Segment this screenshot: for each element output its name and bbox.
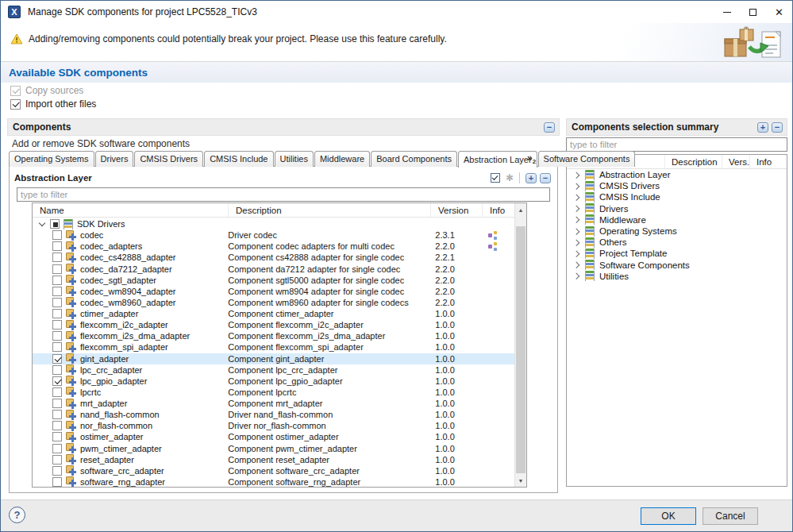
help-button[interactable]: ?: [9, 507, 25, 523]
component-row[interactable]: pwm_ctimer_adapter Component pwm_ctimer_…: [33, 443, 514, 454]
component-checkbox[interactable]: [52, 241, 62, 251]
component-row[interactable]: mrt_adapter Component mrt_adapter 1.0.0: [33, 398, 514, 409]
component-row[interactable]: reset_adapter Component reset_adapter 1.…: [33, 454, 514, 465]
summary-column-description[interactable]: Description: [665, 155, 722, 168]
collapse-section-icon[interactable]: [544, 122, 555, 133]
component-row[interactable]: codec_da7212_adapter Component da7212 ad…: [33, 264, 514, 275]
chevron-right-icon[interactable]: [574, 262, 579, 268]
minimize-button[interactable]: [714, 1, 740, 23]
summary-tree-item[interactable]: Abstraction Layer: [567, 169, 787, 180]
summary-tree-item[interactable]: Drivers: [567, 203, 787, 214]
component-checkbox[interactable]: [52, 444, 62, 453]
component-row[interactable]: flexcomm_i2s_dma_adapter Component flexc…: [33, 330, 514, 341]
category-tab[interactable]: Drivers: [95, 151, 134, 167]
maximize-button[interactable]: [740, 1, 766, 23]
component-checkbox[interactable]: [52, 477, 62, 487]
chevron-right-icon[interactable]: [574, 229, 579, 234]
summary-expand-all-icon[interactable]: [757, 122, 768, 133]
column-header-name[interactable]: Name: [33, 203, 229, 217]
scroll-down-icon[interactable]: ▼: [515, 474, 526, 487]
summary-tree-item[interactable]: Others: [567, 237, 787, 248]
component-row[interactable]: codec_wm8904_adapter Component wm8904 ad…: [33, 286, 514, 297]
chevron-right-icon[interactable]: [574, 240, 579, 245]
summary-tree-item[interactable]: Utilities: [567, 271, 787, 282]
close-button[interactable]: ✕: [766, 1, 792, 23]
column-header-description[interactable]: Description: [229, 203, 431, 217]
component-checkbox[interactable]: [52, 331, 62, 341]
component-row[interactable]: lpcrtc Component lpcrtc 1.0.0: [33, 387, 514, 398]
select-all-icon[interactable]: [491, 173, 500, 183]
chevron-right-icon[interactable]: [574, 273, 579, 279]
column-header-version[interactable]: Version: [431, 203, 483, 217]
scrollbar-thumb[interactable]: [516, 226, 525, 473]
component-row[interactable]: codec Driver codec 2.3.1: [33, 229, 514, 241]
component-checkbox[interactable]: [52, 432, 62, 441]
tab-overflow-indicator[interactable]: »2: [523, 150, 540, 167]
chevron-right-icon[interactable]: [574, 195, 579, 200]
cancel-button[interactable]: Cancel: [703, 507, 758, 525]
component-row[interactable]: codec_cs42888_adapter Component cs42888 …: [33, 252, 514, 263]
component-checkbox[interactable]: [52, 466, 62, 476]
component-checkbox[interactable]: [52, 298, 62, 307]
component-checkbox[interactable]: [52, 287, 62, 296]
component-row[interactable]: codec_sgtl_adapter Component sgtl5000 ad…: [33, 275, 514, 286]
component-checkbox[interactable]: [52, 421, 62, 430]
collapse-all-icon[interactable]: [540, 173, 551, 183]
component-checkbox[interactable]: [52, 342, 62, 352]
chevron-right-icon[interactable]: [574, 251, 579, 256]
expand-all-icon[interactable]: [525, 173, 537, 183]
component-checkbox[interactable]: [52, 253, 62, 262]
component-row[interactable]: lpc_gpio_adapter Component lpc_gpio_adap…: [33, 376, 514, 387]
category-tab[interactable]: CMSIS Include: [204, 151, 273, 167]
summary-tree-item[interactable]: Software Components: [567, 260, 787, 271]
vertical-scrollbar[interactable]: ▲ ▼: [514, 203, 526, 487]
category-tab[interactable]: Board Components: [371, 151, 457, 167]
component-row[interactable]: nand_flash-common Driver nand_flash-comm…: [33, 409, 514, 420]
component-checkbox[interactable]: [52, 320, 62, 330]
component-checkbox[interactable]: [52, 365, 62, 375]
column-header-info[interactable]: Info: [483, 203, 514, 217]
chevron-right-icon[interactable]: [574, 183, 579, 189]
category-tab[interactable]: CMSIS Drivers: [134, 151, 203, 167]
chevron-right-icon[interactable]: [574, 217, 579, 222]
summary-tree-item[interactable]: CMSIS Drivers: [567, 180, 787, 191]
category-tab[interactable]: Utilities: [275, 151, 314, 167]
summary-tree-item[interactable]: Project Template: [567, 248, 787, 259]
component-row[interactable]: lpc_crc_adapter Component lpc_crc_adapte…: [33, 364, 514, 376]
component-row[interactable]: nor_flash-common Driver nor_flash-common…: [33, 420, 514, 431]
chevron-right-icon[interactable]: [574, 206, 579, 211]
dependency-info-icon[interactable]: [488, 242, 498, 251]
component-row[interactable]: ctimer_adapter Component ctimer_adapter …: [33, 308, 514, 319]
component-checkbox[interactable]: [50, 219, 60, 229]
component-row[interactable]: software_crc_adapter Component software_…: [33, 465, 514, 476]
summary-tree-item[interactable]: Operating Systems: [567, 226, 787, 237]
chevron-right-icon[interactable]: [574, 172, 579, 178]
category-tab[interactable]: Middleware: [314, 151, 370, 167]
component-checkbox[interactable]: [52, 230, 62, 240]
summary-column-version[interactable]: Vers...: [722, 155, 750, 168]
component-checkbox[interactable]: [52, 399, 62, 408]
scroll-up-icon[interactable]: ▲: [515, 203, 526, 216]
category-tab[interactable]: Software Components: [538, 151, 636, 167]
component-checkbox[interactable]: [52, 309, 62, 318]
component-checkbox[interactable]: [52, 410, 62, 419]
component-row[interactable]: ostimer_adapter Component ostimer_adapte…: [33, 431, 514, 442]
components-filter-input[interactable]: [17, 187, 550, 202]
component-row[interactable]: codec_wm8960_adapter Component wm8960 ad…: [33, 297, 514, 308]
tree-expand-icon[interactable]: [39, 221, 45, 227]
import-other-files-option[interactable]: Import other files: [10, 98, 96, 110]
component-row[interactable]: flexcomm_i2c_adapter Component flexcomm_…: [33, 319, 514, 330]
summary-tree-item[interactable]: Middleware: [567, 214, 787, 226]
title-bar[interactable]: X Manage SDK components for project LPC5…: [1, 1, 792, 23]
component-checkbox[interactable]: [52, 376, 62, 386]
component-checkbox[interactable]: [52, 455, 62, 465]
component-checkbox[interactable]: [52, 264, 62, 274]
import-other-files-checkbox[interactable]: [10, 99, 21, 110]
component-checkbox[interactable]: [52, 354, 62, 364]
summary-column-info[interactable]: Info: [750, 155, 787, 168]
component-checkbox[interactable]: [52, 276, 62, 285]
component-row[interactable]: software_rng_adapter Component software_…: [33, 476, 514, 488]
component-row[interactable]: SDK Drivers: [33, 218, 514, 229]
ok-button[interactable]: OK: [641, 507, 696, 525]
component-checkbox[interactable]: [52, 387, 62, 397]
